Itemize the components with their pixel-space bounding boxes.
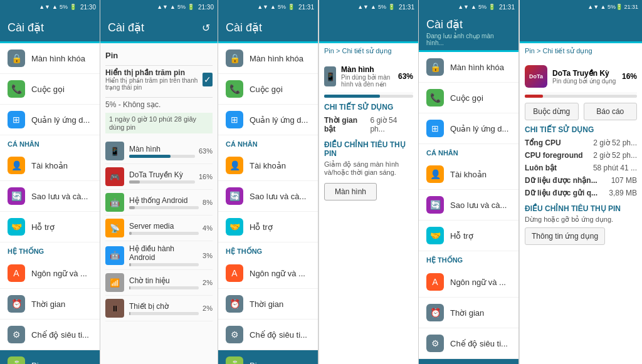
panel-menu-left: ▲▼ ▲ 5% 🔋 21:31 Cài đặt 🔒 Màn hình khóa … [218, 0, 318, 364]
thoi-gian-bat-row: Thời gian bật 6 giờ 54 ph... [324, 114, 413, 135]
battery-bar-fill [129, 312, 130, 315]
battery-item[interactable]: ⏸ Thiết bị chờ 2% [105, 296, 213, 321]
pin-label: Pin [31, 361, 43, 365]
checkbox-check[interactable]: ✓ [203, 73, 213, 86]
status-bar: ▲▼ ▲ 5% 🔋 21:31 [218, 0, 318, 14]
che-do-sieu-ti-icon: ⚙ [226, 326, 243, 343]
battery-pct-label: 2% [203, 304, 213, 312]
thoi-gian-icon: ⏰ [226, 295, 243, 313]
battery-pct-text: 5% [60, 4, 68, 10]
sidebar-item-tai-khoan[interactable]: 👤 Tài khoản [0, 150, 100, 181]
status-icons: ▲▼ ▲ 5% 🔋 21:30 [39, 4, 96, 11]
thoi-gian-icon: ⏰ [8, 295, 25, 313]
dota-icon: DoTa [525, 65, 547, 88]
battery-item[interactable]: 🎮 DoTa Truyền Kỳ 16% [105, 164, 213, 190]
sidebar-item-quan-ly-ung-d[interactable]: ⊞ Quản lý ứng d... [0, 105, 100, 135]
report-button[interactable]: Báo cáo [584, 103, 638, 120]
battery-item[interactable]: 🤖 Hệ điều hành Android 3% [105, 241, 213, 270]
status-icons: ▲▼ ▲ 5% 🔋 21:30 [157, 4, 214, 11]
app-bar-title: Cài đặt [108, 21, 202, 34]
sidebar-item-ho-tro[interactable]: 🤝 Hỗ trợ [0, 212, 100, 242]
dota-pct: 16% [622, 72, 637, 81]
sidebar-item-ngon-ngu[interactable]: A Ngôn ngữ và ... [419, 267, 518, 298]
app-info-button[interactable]: Thông tin ứng dụng [525, 227, 605, 245]
sidebar-item-ho-tro[interactable]: 🤝 Hỗ trợ [218, 212, 318, 242]
battery-item[interactable]: 📡 Server media 4% [105, 216, 213, 241]
sidebar-item-pin[interactable]: 🔋 Pin [0, 350, 100, 364]
battery-item[interactable]: 🤖 Hệ thống Android 8% [105, 190, 213, 216]
battery-icon: 🔋 [187, 4, 194, 10]
battery-pct-label: 4% [203, 224, 213, 232]
stat-label: Luôn bật [525, 164, 557, 172]
dota-subtext: Pin dùng bởi ứng dụng [552, 78, 616, 85]
sidebar-item-ngon-ngu[interactable]: A Ngôn ngữ và ... [0, 258, 100, 289]
thoi-gian-bat-label: Thời gian bật [324, 116, 370, 133]
che-do-sieu-ti-label: Chế độ siêu ti... [250, 330, 307, 340]
notification-text: Đang lưu ảnh chụp màn hình... [426, 33, 511, 46]
battery-item[interactable]: 📶 Chờ tin hiệu 2% [105, 270, 213, 296]
sidebar-item-thoi-gian[interactable]: ⏰ Thời gian [419, 298, 518, 328]
signal-icon: ▲▼ [39, 4, 50, 10]
sidebar-item-man-hinh-khoa[interactable]: 🔒 Màn hình khóa [218, 43, 318, 74]
sidebar-item-tai-khoan[interactable]: 👤 Tài khoản [419, 159, 518, 190]
sao-luu-label: Sao lưu và cà... [250, 192, 306, 201]
signal-icon: ▲▼ [257, 4, 268, 10]
detail-app-pct: 63% [398, 72, 413, 81]
battery-pct-text: 5% [177, 4, 186, 10]
sidebar-item-tai-khoan[interactable]: 👤 Tài khoản [218, 150, 318, 181]
quan-ly-ung-d-label: Quản lý ứng d... [31, 115, 90, 125]
battery-bar-fill [129, 263, 131, 266]
dota-info: DoTa Truyền Kỳ Pin dùng bởi ứng dụng [552, 69, 616, 85]
screen-button[interactable]: Màn hình [324, 183, 377, 200]
battery-app-icon: 🤖 [105, 193, 124, 212]
ngon-ngu-icon: A [226, 264, 243, 282]
battery-bar-wrap [129, 155, 195, 158]
battery-app-icon: ⏸ [105, 299, 124, 318]
panel-settings: ▲▼ ▲ 5% 🔋 21:30 Cài đặt 🔒 Màn hình khóa … [0, 0, 100, 364]
sidebar-item-quan-ly-ung-d[interactable]: ⊞ Quản lý ứng d... [419, 113, 518, 144]
sao-luu-icon: 🔄 [426, 196, 444, 214]
sidebar-item-ngon-ngu[interactable]: A Ngôn ngữ và ... [218, 258, 318, 289]
panel4-menu: ▲▼ ▲ 5% 🔋 21:31 Cài đặt Đang lưu ảnh chụ… [419, 0, 519, 364]
sidebar-item-thoi-gian[interactable]: ⏰ Thời gian [218, 289, 318, 320]
sidebar-item-thoi-gian[interactable]: ⏰ Thời gian [0, 289, 100, 320]
sidebar-item-sao-luu[interactable]: 🔄 Sao lưu và cà... [419, 190, 518, 221]
ho-tro-label: Hỗ trợ [250, 222, 273, 232]
battery-bar-wrap [129, 312, 199, 315]
refresh-icon[interactable]: ↺ [202, 22, 210, 34]
battery-icon: 🔋 [70, 4, 76, 10]
app-bar-title: Cài đặt [8, 21, 92, 34]
thoi-gian-label: Thời gian [31, 299, 65, 309]
ho-tro-label: Hỗ trợ [450, 231, 473, 241]
status-icons: ▲▼ ▲ 5% 🔋 21:31 [458, 4, 515, 11]
sidebar-item-pin[interactable]: 🔋 Pin [419, 359, 518, 364]
pin-icon: 🔋 [226, 356, 243, 364]
sidebar-item-che-do-sieu-ti[interactable]: ⚙ Chế độ siêu ti... [419, 328, 518, 359]
sidebar-item-cuoc-goi[interactable]: 📞 Cuộc gọi [0, 74, 100, 105]
panel-usage-detail: ▲▼ ▲ 5% 🔋 21:31 Pin > Chi tiết sử dụng 📱… [318, 0, 419, 364]
sidebar-item-pin[interactable]: 🔋 Pin [218, 350, 318, 364]
quan-ly-ung-d-icon: ⊞ [226, 111, 243, 128]
sidebar-item-man-hinh-khoa[interactable]: 🔒 Màn hình khóa [0, 43, 100, 74]
sidebar-item-cuoc-goi[interactable]: 📞 Cuộc gọi [218, 74, 318, 105]
cuoc-goi-icon: 📞 [8, 80, 25, 98]
cuoc-goi-label: Cuộc gọi [250, 85, 283, 94]
detail-app-subtext: Pin dùng bởi màn hình và đèn nền [341, 74, 398, 88]
battery-item[interactable]: 📱 Màn hình 63% [105, 138, 213, 164]
sidebar-item-cuoc-goi[interactable]: 📞 Cuộc gọi [419, 83, 518, 113]
section-header: HỆ THỐNG [0, 242, 100, 258]
sidebar-item-sao-luu[interactable]: 🔄 Sao lưu và cà... [0, 181, 100, 212]
battery-pct-label: 63% [199, 147, 213, 155]
stat-row: CPU foreground 2 giờ 52 ph... [525, 149, 637, 162]
man-hinh-khoa-icon: 🔒 [226, 49, 243, 67]
tai-khoan-icon: 👤 [226, 157, 243, 174]
wifi-icon: ▲ [371, 4, 376, 10]
sidebar-item-ho-tro[interactable]: 🤝 Hỗ trợ [419, 221, 518, 251]
sidebar-item-che-do-sieu-ti[interactable]: ⚙ Chế độ siêu ti... [218, 320, 318, 350]
sidebar-item-che-do-sieu-ti[interactable]: ⚙ Chế độ siêu ti... [0, 320, 100, 350]
force-stop-button[interactable]: Buộc dừng [525, 103, 579, 120]
sao-luu-icon: 🔄 [8, 187, 25, 205]
sidebar-item-man-hinh-khoa[interactable]: 🔒 Màn hình khóa [419, 52, 518, 83]
sidebar-item-sao-luu[interactable]: 🔄 Sao lưu và cà... [218, 181, 318, 212]
sidebar-item-quan-ly-ung-d[interactable]: ⊞ Quản lý ứng d... [218, 105, 318, 135]
